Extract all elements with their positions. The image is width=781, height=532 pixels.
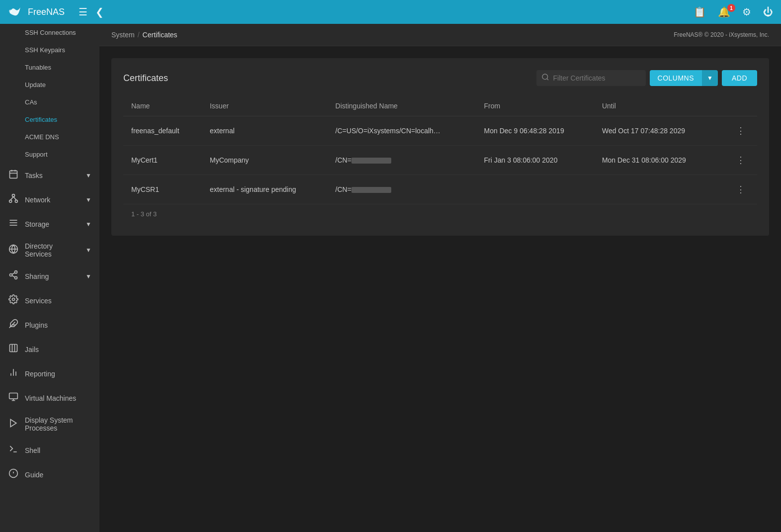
column-from: From	[476, 96, 594, 116]
column-name: Name	[123, 96, 202, 116]
svg-line-19	[12, 275, 15, 277]
display-system-processes-nav-icon	[8, 418, 19, 431]
search-icon	[541, 73, 549, 83]
column-until: Until	[594, 96, 717, 116]
tasks-icon[interactable]: 📋	[692, 4, 708, 20]
sidebar-item-update[interactable]: Update	[0, 76, 99, 93]
row-menu-button[interactable]: ⋮	[732, 153, 749, 168]
cert-distinguished-name: /CN=	[328, 175, 476, 204]
app-name: FreeNAS	[28, 7, 65, 17]
topbar-left: FreeNAS ☰ ❮	[6, 3, 106, 21]
sidebar-item-plugins[interactable]: Plugins	[0, 313, 99, 337]
content-area: System / Certificates FreeNAS® © 2020 - …	[99, 24, 781, 532]
sidebar-item-tunables[interactable]: Tunables	[0, 59, 99, 76]
svg-marker-33	[10, 419, 16, 427]
cert-from: Mon Dec 9 06:48:28 2019	[476, 116, 594, 146]
cert-issuer: MyCompany	[202, 146, 328, 175]
cert-name: freenas_default	[123, 116, 202, 146]
row-menu-button[interactable]: ⋮	[732, 182, 749, 197]
sidebar-item-sharing[interactable]: Sharing ▼	[0, 264, 99, 288]
sidebar-item-directory-services[interactable]: Directory Services ▼	[0, 236, 99, 264]
network-nav-icon	[8, 193, 19, 206]
sidebar-item-cas[interactable]: CAs	[0, 93, 99, 111]
directory-services-arrow-icon: ▼	[86, 247, 91, 254]
cert-row-actions: ⋮	[717, 116, 757, 146]
sidebar-item-reporting[interactable]: Reporting	[0, 361, 99, 386]
row-menu-button[interactable]: ⋮	[732, 123, 749, 138]
breadcrumb-separator: /	[138, 31, 140, 39]
sidebar-item-ssh-keypairs[interactable]: SSH Keypairs	[0, 41, 99, 59]
services-nav-icon	[8, 294, 19, 307]
sidebar-item-display-system-processes[interactable]: Display System Processes	[0, 410, 99, 438]
sharing-arrow-icon: ▼	[86, 273, 91, 280]
sidebar-item-shell[interactable]: Shell	[0, 438, 99, 462]
storage-nav-icon	[8, 218, 19, 230]
table-row: MyCert1 MyCompany /CN= Fri Jan 3 08:06:0…	[123, 146, 757, 175]
directory-services-nav-icon	[8, 244, 19, 257]
logo-area: FreeNAS	[6, 3, 65, 21]
columns-dropdown-button[interactable]: ▼	[702, 70, 718, 86]
main-layout: SSH Connections SSH Keypairs Tunables Up…	[0, 24, 781, 532]
power-icon[interactable]: ⏻	[761, 4, 775, 20]
sidebar-item-jails[interactable]: Jails	[0, 337, 99, 361]
table-row: MyCSR1 external - signature pending /CN=…	[123, 175, 757, 204]
sidebar-item-storage[interactable]: Storage ▼	[0, 212, 99, 236]
brand-info: FreeNAS® © 2020 - iXsystems, Inc.	[674, 31, 769, 38]
svg-line-20	[12, 272, 15, 274]
notifications-wrapper: 🔔 1	[716, 6, 732, 18]
svg-point-7	[9, 200, 12, 202]
svg-rect-30	[9, 393, 18, 399]
guide-nav-icon	[8, 468, 19, 481]
cert-name: MyCert1	[123, 146, 202, 175]
cert-until: Wed Oct 17 07:48:28 2029	[594, 116, 717, 146]
storage-arrow-icon: ▼	[86, 221, 91, 228]
table-header-row: Name Issuer Distinguished Name From Unti…	[123, 96, 757, 116]
reporting-nav-icon	[8, 367, 19, 380]
main-content: Certificates COLUMNS ▼ ADD	[99, 46, 781, 532]
sidebar-item-certificates[interactable]: Certificates	[0, 111, 99, 128]
freenas-logo	[6, 3, 24, 21]
add-button[interactable]: ADD	[722, 70, 757, 86]
tasks-arrow-icon: ▼	[86, 172, 91, 179]
sidebar-item-virtual-machines[interactable]: Virtual Machines	[0, 386, 99, 410]
breadcrumb-bar: System / Certificates FreeNAS® © 2020 - …	[99, 24, 781, 46]
virtual-machines-nav-icon	[8, 392, 19, 404]
menu-icon[interactable]: ☰	[77, 4, 89, 20]
svg-line-39	[547, 79, 548, 80]
cert-from	[476, 175, 594, 204]
sidebar-item-ssh-connections[interactable]: SSH Connections	[0, 24, 99, 41]
table-body: freenas_default external /C=US/O=iXsyste…	[123, 116, 757, 204]
card-title: Certificates	[123, 73, 168, 84]
topbar-right: 📋 🔔 1 ⚙ ⏻	[692, 4, 775, 20]
sidebar-item-services[interactable]: Services	[0, 288, 99, 313]
breadcrumb-parent[interactable]: System	[111, 31, 135, 39]
certificates-card: Certificates COLUMNS ▼ ADD	[111, 58, 769, 236]
svg-point-6	[12, 194, 15, 197]
blurred-dn	[351, 158, 391, 164]
sidebar-item-tasks[interactable]: Tasks ▼	[0, 163, 99, 187]
card-actions: COLUMNS ▼ ADD	[536, 70, 757, 86]
sidebar-item-acme-dns[interactable]: ACME DNS	[0, 128, 99, 146]
columns-button[interactable]: COLUMNS	[650, 70, 702, 86]
settings-icon[interactable]: ⚙	[740, 4, 753, 20]
column-distinguished-name: Distinguished Name	[328, 96, 476, 116]
sidebar-item-guide[interactable]: Guide	[0, 462, 99, 487]
plugins-nav-icon	[8, 319, 19, 331]
cert-from: Fri Jan 3 08:06:00 2020	[476, 146, 594, 175]
columns-button-group: COLUMNS ▼	[650, 70, 718, 86]
cert-name: MyCSR1	[123, 175, 202, 204]
table-row: freenas_default external /C=US/O=iXsyste…	[123, 116, 757, 146]
blurred-dn	[351, 187, 391, 193]
svg-point-18	[15, 276, 17, 279]
tasks-nav-icon	[8, 169, 19, 181]
cert-distinguished-name: /C=US/O=iXsystems/CN=localh…	[328, 116, 476, 146]
sidebar-item-support[interactable]: Support	[0, 146, 99, 163]
sharing-nav-icon	[8, 270, 19, 282]
svg-point-21	[12, 298, 15, 301]
back-icon[interactable]: ❮	[93, 4, 106, 20]
svg-point-8	[15, 200, 17, 202]
cert-issuer: external - signature pending	[202, 175, 328, 204]
column-issuer: Issuer	[202, 96, 328, 116]
search-input[interactable]	[553, 74, 641, 82]
sidebar-item-network[interactable]: Network ▼	[0, 187, 99, 212]
